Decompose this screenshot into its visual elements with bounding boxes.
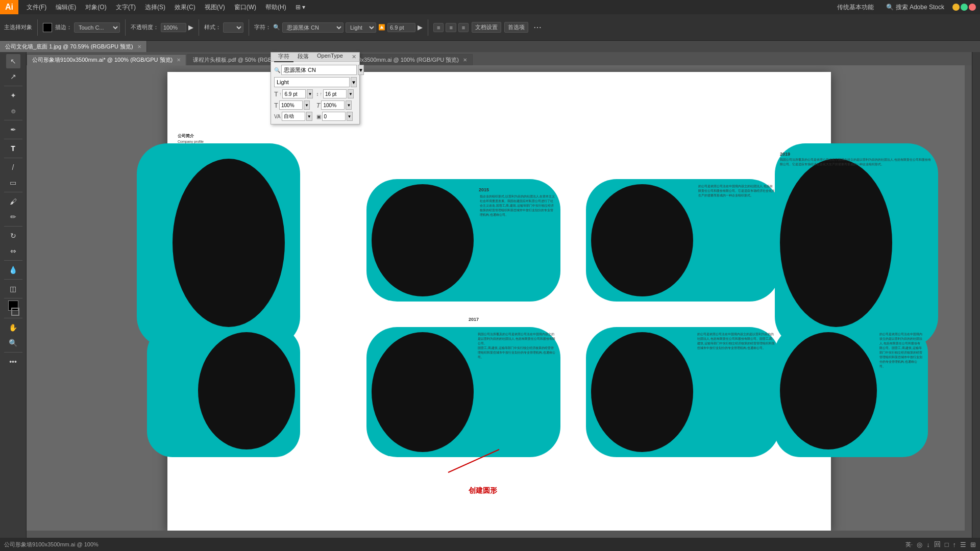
tool-eyedropper[interactable]: 💧 [6,263,20,277]
doc-settings-btn[interactable]: 文档设置 [472,22,501,33]
font-select[interactable]: 思源黑体 CN [282,22,344,33]
tool-hand[interactable]: ✋ [6,320,20,335]
menu-window[interactable]: 窗口(W) [230,2,260,13]
align-left-btn[interactable]: ≡ [433,23,444,32]
menu-view[interactable]: 视图(V) [201,2,229,13]
tool-pencil[interactable]: ✏ [6,210,20,224]
menu-file[interactable]: 文件(F) [22,2,51,13]
tool-divider-6 [4,226,22,227]
menu-icon-btn[interactable]: ⊞ ▾ [291,3,309,12]
menu-edit[interactable]: 编辑(E) [52,2,80,13]
tool-magic-wand[interactable]: ✦ [6,88,20,103]
tool-direct-selection[interactable]: ↗ [6,69,20,84]
tool-selection[interactable]: ↖ [6,54,20,68]
file-tab-label: 公司文化墙_底面 1.jpg @ 70.59% (RGB/GPU 预览) [5,43,133,51]
stroke-color-swatch[interactable] [11,308,19,316]
card-top-middle: 2015 指企业的组织形式,以营利为目的的社团法人,在资本主义社会环境重度发展。… [366,179,560,302]
opacity-input[interactable] [161,23,186,32]
tracking-field: VA ▼ [274,112,314,121]
kerning-input[interactable] [322,112,346,121]
doc-tabbar: 公司形象墙9100x3500mm.ai* @ 100% (RGB/GPU 预览)… [27,52,972,65]
menu-select[interactable]: 选择(S) [141,2,169,13]
font-size-panel-arrow[interactable]: ▼ [307,89,313,98]
card-bottom-left [147,327,300,457]
more-options-icon[interactable]: ⋯ [533,22,542,32]
scale-h-arrow[interactable]: ▼ [304,101,310,110]
font-panel-close[interactable]: ✕ [352,54,356,60]
tool-type[interactable]: T [6,141,20,156]
font-size-grid: T ↑ ▼ ↕ ↑ ▼ T ▼ T ▼ VA [274,89,356,121]
tool-lasso[interactable]: ⌾ [6,104,20,118]
oval-bottom-right [591,332,693,452]
tool-zoom[interactable]: 🔍 [6,336,20,350]
bottom-icon-5[interactable]: □ [945,541,949,548]
status-bar: 公司形象墙9100x3500mm.ai @ 100% 英· ◎ ↓ 回 □ ↑ … [0,538,980,551]
right-panel [972,52,980,538]
menu-help[interactable]: 帮助(H) [261,2,290,13]
tool-divider-2 [4,120,22,120]
stroke-color-box[interactable] [43,23,52,32]
file-tab-close[interactable]: ✕ [137,44,141,49]
menu-effect[interactable]: 效果(C) [170,2,200,13]
style-select[interactable] [223,22,243,33]
bottom-icon-4[interactable]: 回 [934,540,941,549]
font-size-input[interactable] [387,23,415,32]
bottom-icon-6[interactable]: ↑ [953,541,957,548]
vertical-scrollbar[interactable] [965,65,972,538]
card-top-far-right: 2019 我国公司法所覆及的公司是依照公司法在中国境内设立的是以营利为目的的社团… [775,143,938,347]
tool-divider-3 [4,139,22,139]
menu-object[interactable]: 对象(O) [81,2,110,13]
tab-opentype[interactable]: OpenType [313,52,347,62]
font-name-input[interactable] [281,65,357,75]
tool-rotate[interactable]: ↻ [6,229,20,243]
minimize-button[interactable] [952,4,960,11]
bottom-icon-7[interactable]: ☰ [960,541,966,548]
font-size-panel-input[interactable] [282,89,306,98]
bottom-icon-1[interactable]: 英· [905,541,913,548]
tool-rectangle[interactable]: ▭ [6,176,20,190]
tool-line[interactable]: / [6,160,20,174]
card-top-middle-year: 2015 [479,184,489,193]
align-center-btn[interactable]: ≡ [446,23,456,32]
align-right-btn[interactable]: ≡ [458,23,469,32]
doc-tab-3-close[interactable]: ✕ [463,57,467,63]
card-top-right-text: 的公司是依照公司法在中国境内设立的社团法人,包括有限责任公司和股份有限公司。它是… [698,184,775,198]
opacity-arrow[interactable]: ▶ [188,23,193,31]
scale-v-arrow[interactable]: ▼ [346,101,352,110]
line-height-input[interactable] [323,89,347,98]
file-tab-active[interactable]: 公司文化墙_底面 1.jpg @ 70.59% (RGB/GPU 预览) ✕ [0,41,147,52]
doc-tab-1[interactable]: 公司形象墙9100x3500mm.ai* @ 100% (RGB/GPU 预览)… [27,54,186,65]
tool-gradient[interactable]: ◫ [6,282,20,296]
line-height-arrow[interactable]: ▼ [348,89,354,98]
tracking-input[interactable] [282,112,305,121]
search-stock[interactable]: 🔍 搜索 Adobe Stock [882,2,948,13]
font-weight-arrow[interactable]: ▼ [351,77,357,87]
tracking-arrow[interactable]: ▼ [306,112,312,121]
tool-paintbrush[interactable]: 🖌 [6,194,20,209]
arrange-btn[interactable]: 首选项 [504,22,528,33]
kerning-arrow[interactable]: ▼ [347,112,353,121]
tab-character[interactable]: 字符 [274,52,293,62]
close-button[interactable] [969,4,976,11]
font-size-arrow[interactable]: ▶ [418,23,423,31]
font-weight-row: ▼ [274,77,356,87]
font-dropdown-arrow[interactable]: ▼ [358,65,364,75]
tool-pen[interactable]: ✒ [6,122,20,137]
font-weight-select[interactable]: Light [346,22,376,33]
tool-more[interactable]: ••• [6,355,20,369]
doc-tab-1-close[interactable]: ✕ [177,57,181,63]
scale-v-input[interactable] [321,101,345,110]
separator-4 [249,19,249,36]
font-weight-input[interactable] [274,77,350,87]
bottom-icon-8[interactable]: ⊞ [970,541,976,548]
scale-h-input[interactable] [279,101,303,110]
tool-reflect[interactable]: ⇔ [6,244,20,258]
bottom-icon-3[interactable]: ↓ [926,541,930,548]
bottom-icon-2[interactable]: ◎ [917,541,922,548]
menu-text[interactable]: 文字(T) [112,2,140,13]
maximize-button[interactable] [961,4,968,11]
horizontal-scrollbar[interactable] [27,531,965,538]
canvas-area[interactable]: 公司形象墙9100x3500mm.ai* @ 100% (RGB/GPU 预览)… [27,52,972,538]
brush-select[interactable]: Touch C... [74,22,120,33]
tab-paragraph[interactable]: 段落 [293,52,313,62]
